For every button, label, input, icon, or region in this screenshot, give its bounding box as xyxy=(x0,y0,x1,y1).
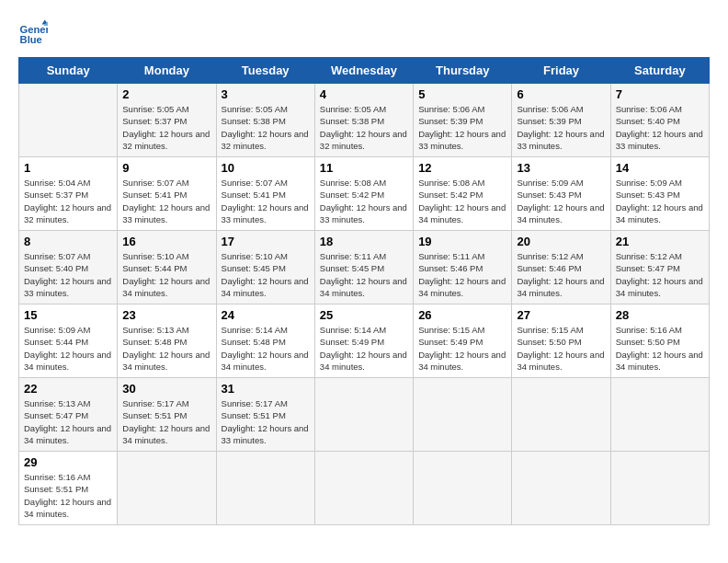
day-number: 17 xyxy=(222,235,310,248)
day-number: 5 xyxy=(418,87,506,101)
weekday-header-row: SundayMondayTuesdayWednesdayThursdayFrid… xyxy=(19,58,710,84)
day-detail: Sunrise: 5:09 AMSunset: 5:43 PMDaylight:… xyxy=(616,177,704,225)
calendar-row: 1Sunrise: 5:04 AMSunset: 5:37 PMDaylight… xyxy=(19,157,710,231)
day-number: 26 xyxy=(418,308,506,322)
day-detail: Sunrise: 5:04 AMSunset: 5:37 PMDaylight:… xyxy=(24,177,112,225)
day-detail: Sunrise: 5:14 AMSunset: 5:48 PMDaylight:… xyxy=(222,324,310,373)
day-detail: Sunrise: 5:07 AMSunset: 5:40 PMDaylight:… xyxy=(24,250,112,299)
day-number: 16 xyxy=(122,235,210,248)
day-number: 13 xyxy=(517,161,605,175)
calendar-cell: 9Sunrise: 5:07 AMSunset: 5:41 PMDaylight… xyxy=(118,157,216,231)
day-detail: Sunrise: 5:11 AMSunset: 5:45 PMDaylight:… xyxy=(320,250,408,299)
day-detail: Sunrise: 5:07 AMSunset: 5:41 PMDaylight:… xyxy=(122,177,210,225)
day-detail: Sunrise: 5:05 AMSunset: 5:37 PMDaylight:… xyxy=(122,103,210,152)
calendar-cell: 13Sunrise: 5:09 AMSunset: 5:43 PMDayligh… xyxy=(512,157,610,231)
calendar-cell xyxy=(610,452,709,525)
day-number: 1 xyxy=(24,161,112,175)
calendar-cell: 6Sunrise: 5:06 AMSunset: 5:39 PMDaylight… xyxy=(512,84,610,157)
day-number: 8 xyxy=(24,235,112,248)
day-number: 20 xyxy=(517,235,605,248)
day-detail: Sunrise: 5:06 AMSunset: 5:39 PMDaylight:… xyxy=(418,103,506,152)
day-number: 11 xyxy=(320,161,408,175)
calendar-cell: 30Sunrise: 5:17 AMSunset: 5:51 PMDayligh… xyxy=(118,378,216,452)
calendar-cell xyxy=(314,378,413,452)
day-detail: Sunrise: 5:05 AMSunset: 5:38 PMDaylight:… xyxy=(320,103,408,152)
day-number: 30 xyxy=(122,382,210,396)
day-number: 21 xyxy=(616,235,704,248)
calendar-cell: 14Sunrise: 5:09 AMSunset: 5:43 PMDayligh… xyxy=(610,157,709,231)
weekday-header-monday: Monday xyxy=(118,58,216,84)
calendar-cell: 17Sunrise: 5:10 AMSunset: 5:45 PMDayligh… xyxy=(216,231,314,304)
weekday-header-friday: Friday xyxy=(512,58,610,84)
calendar-row: 22Sunrise: 5:13 AMSunset: 5:47 PMDayligh… xyxy=(19,378,710,452)
day-detail: Sunrise: 5:07 AMSunset: 5:41 PMDaylight:… xyxy=(222,177,310,225)
day-detail: Sunrise: 5:15 AMSunset: 5:50 PMDaylight:… xyxy=(517,324,605,373)
calendar-cell: 28Sunrise: 5:16 AMSunset: 5:50 PMDayligh… xyxy=(610,304,709,378)
day-detail: Sunrise: 5:13 AMSunset: 5:47 PMDaylight:… xyxy=(24,397,112,446)
calendar-cell: 25Sunrise: 5:14 AMSunset: 5:49 PMDayligh… xyxy=(314,304,413,378)
weekday-header-tuesday: Tuesday xyxy=(216,58,314,84)
calendar-row: 29Sunrise: 5:16 AMSunset: 5:51 PMDayligh… xyxy=(19,452,710,525)
day-detail: Sunrise: 5:10 AMSunset: 5:45 PMDaylight:… xyxy=(222,250,310,299)
day-number: 18 xyxy=(320,235,408,248)
calendar-cell: 27Sunrise: 5:15 AMSunset: 5:50 PMDayligh… xyxy=(512,304,610,378)
day-detail: Sunrise: 5:10 AMSunset: 5:44 PMDaylight:… xyxy=(122,250,210,299)
calendar-cell: 1Sunrise: 5:04 AMSunset: 5:37 PMDaylight… xyxy=(19,157,118,231)
day-detail: Sunrise: 5:12 AMSunset: 5:46 PMDaylight:… xyxy=(517,250,605,299)
calendar-cell: 4Sunrise: 5:05 AMSunset: 5:38 PMDaylight… xyxy=(314,84,413,157)
day-number: 24 xyxy=(222,308,310,322)
calendar-row: 2Sunrise: 5:05 AMSunset: 5:37 PMDaylight… xyxy=(19,84,710,157)
day-detail: Sunrise: 5:09 AMSunset: 5:43 PMDaylight:… xyxy=(517,177,605,225)
weekday-header-wednesday: Wednesday xyxy=(314,58,413,84)
calendar-cell: 19Sunrise: 5:11 AMSunset: 5:46 PMDayligh… xyxy=(414,231,512,304)
day-detail: Sunrise: 5:17 AMSunset: 5:51 PMDaylight:… xyxy=(122,397,210,446)
day-number: 7 xyxy=(616,87,704,101)
calendar-cell: 15Sunrise: 5:09 AMSunset: 5:44 PMDayligh… xyxy=(19,304,118,378)
weekday-header-sunday: Sunday xyxy=(19,58,118,84)
calendar-row: 8Sunrise: 5:07 AMSunset: 5:40 PMDaylight… xyxy=(19,231,710,304)
day-number: 6 xyxy=(517,87,605,101)
weekday-header-saturday: Saturday xyxy=(610,58,709,84)
day-number: 19 xyxy=(418,235,506,248)
calendar-cell: 16Sunrise: 5:10 AMSunset: 5:44 PMDayligh… xyxy=(118,231,216,304)
logo: General Blue xyxy=(18,18,51,48)
day-number: 25 xyxy=(320,308,408,322)
weekday-header-thursday: Thursday xyxy=(414,58,512,84)
calendar-cell: 31Sunrise: 5:17 AMSunset: 5:51 PMDayligh… xyxy=(216,378,314,452)
day-detail: Sunrise: 5:11 AMSunset: 5:46 PMDaylight:… xyxy=(418,250,506,299)
calendar-cell: 18Sunrise: 5:11 AMSunset: 5:45 PMDayligh… xyxy=(314,231,413,304)
calendar-cell xyxy=(512,452,610,525)
day-detail: Sunrise: 5:12 AMSunset: 5:47 PMDaylight:… xyxy=(616,250,704,299)
day-number: 15 xyxy=(24,308,112,322)
day-detail: Sunrise: 5:14 AMSunset: 5:49 PMDaylight:… xyxy=(320,324,408,373)
day-detail: Sunrise: 5:17 AMSunset: 5:51 PMDaylight:… xyxy=(222,397,310,446)
calendar-cell: 5Sunrise: 5:06 AMSunset: 5:39 PMDaylight… xyxy=(414,84,512,157)
calendar-cell: 11Sunrise: 5:08 AMSunset: 5:42 PMDayligh… xyxy=(314,157,413,231)
day-detail: Sunrise: 5:06 AMSunset: 5:39 PMDaylight:… xyxy=(517,103,605,152)
calendar-cell: 10Sunrise: 5:07 AMSunset: 5:41 PMDayligh… xyxy=(216,157,314,231)
calendar-cell: 20Sunrise: 5:12 AMSunset: 5:46 PMDayligh… xyxy=(512,231,610,304)
day-number: 4 xyxy=(320,87,408,101)
calendar-cell: 23Sunrise: 5:13 AMSunset: 5:48 PMDayligh… xyxy=(118,304,216,378)
calendar-cell xyxy=(19,84,118,157)
calendar-cell: 26Sunrise: 5:15 AMSunset: 5:49 PMDayligh… xyxy=(414,304,512,378)
calendar-cell xyxy=(314,452,413,525)
calendar-cell: 3Sunrise: 5:05 AMSunset: 5:38 PMDaylight… xyxy=(216,84,314,157)
calendar-cell: 24Sunrise: 5:14 AMSunset: 5:48 PMDayligh… xyxy=(216,304,314,378)
day-number: 3 xyxy=(222,87,310,101)
calendar-cell xyxy=(414,452,512,525)
day-number: 22 xyxy=(24,382,112,396)
calendar-cell xyxy=(414,378,512,452)
day-detail: Sunrise: 5:08 AMSunset: 5:42 PMDaylight:… xyxy=(418,177,506,225)
day-number: 28 xyxy=(616,308,704,322)
page-header: General Blue xyxy=(18,18,710,48)
calendar-cell xyxy=(118,452,216,525)
calendar-cell: 7Sunrise: 5:06 AMSunset: 5:40 PMDaylight… xyxy=(610,84,709,157)
day-detail: Sunrise: 5:16 AMSunset: 5:50 PMDaylight:… xyxy=(616,324,704,373)
day-detail: Sunrise: 5:09 AMSunset: 5:44 PMDaylight:… xyxy=(24,324,112,373)
day-number: 14 xyxy=(616,161,704,175)
calendar-cell: 21Sunrise: 5:12 AMSunset: 5:47 PMDayligh… xyxy=(610,231,709,304)
day-number: 2 xyxy=(122,87,210,101)
day-detail: Sunrise: 5:13 AMSunset: 5:48 PMDaylight:… xyxy=(122,324,210,373)
day-number: 9 xyxy=(122,161,210,175)
